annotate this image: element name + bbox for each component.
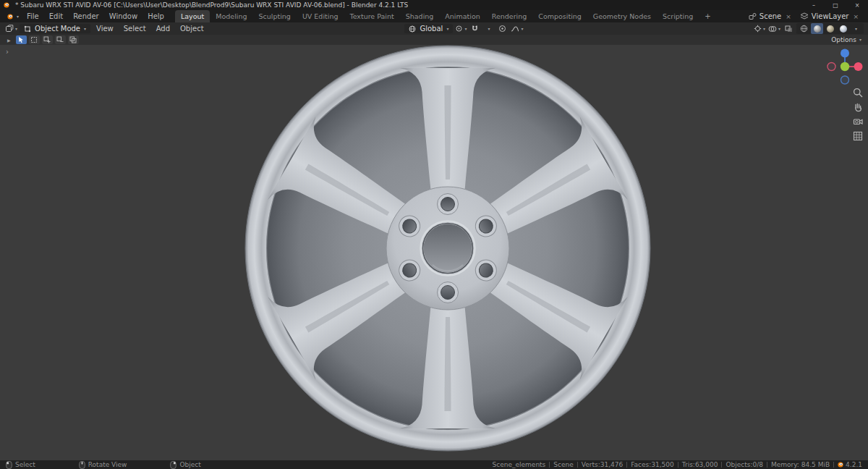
tab-geometry-nodes[interactable]: Geometry Nodes bbox=[587, 10, 657, 22]
status-bar: Select Rotate View Object Scene_elements… bbox=[0, 460, 868, 469]
blender-window: * Subaru WRX STI AVID AV-06 [C:\Users\Us… bbox=[0, 0, 868, 469]
viewport-3d[interactable]: › bbox=[0, 45, 868, 460]
falloff-curve-icon bbox=[511, 25, 519, 33]
shading-wireframe-button[interactable] bbox=[798, 23, 810, 34]
magnet-icon bbox=[471, 25, 479, 33]
mouse-hint-rotate-view: Rotate View bbox=[79, 461, 127, 469]
menu-edit[interactable]: Edit bbox=[44, 10, 68, 22]
show-overlays-button[interactable]: ▾ bbox=[767, 23, 781, 34]
tab-sculpting[interactable]: Sculpting bbox=[253, 10, 297, 22]
tab-uv-editing[interactable]: UV Editing bbox=[297, 10, 344, 22]
mouse-hint-object-menu: Object bbox=[170, 461, 200, 469]
minimize-button[interactable]: – bbox=[803, 0, 825, 10]
mode-dropdown[interactable]: Object Mode ▾ bbox=[20, 24, 90, 33]
options-dropdown[interactable]: Options ▾ bbox=[829, 36, 864, 43]
add-workspace-button[interactable]: + bbox=[699, 10, 716, 22]
menu-help[interactable]: Help bbox=[142, 10, 169, 22]
wheel-3d-model[interactable] bbox=[244, 45, 652, 452]
shading-solid-button[interactable] bbox=[811, 23, 823, 34]
material-sphere-icon bbox=[827, 25, 834, 33]
menu-view[interactable]: View bbox=[92, 25, 118, 33]
gizmo-toggle-icon bbox=[754, 25, 762, 33]
blender-version-icon bbox=[838, 462, 843, 468]
menu-add[interactable]: Add bbox=[152, 25, 174, 33]
snap-settings-button[interactable]: ▾ bbox=[482, 23, 495, 34]
xray-toggle-button[interactable] bbox=[783, 23, 795, 34]
shading-rendered-button[interactable] bbox=[837, 23, 849, 34]
select-extend-icon bbox=[43, 36, 51, 43]
tool-settings-bar: ▶ bbox=[0, 35, 868, 45]
view-layer-selector[interactable]: ViewLayer × bbox=[796, 10, 864, 22]
toggle-grid-icon[interactable] bbox=[852, 130, 864, 142]
topbar: ▾ File Edit Render Window Help Layout Mo… bbox=[0, 10, 868, 22]
select-mode-new-button[interactable] bbox=[29, 35, 40, 44]
pan-hand-icon[interactable] bbox=[852, 101, 864, 113]
shading-settings-button[interactable]: ▾ bbox=[850, 23, 862, 34]
select-mode-extend-button[interactable] bbox=[42, 35, 53, 44]
hint-label: Rotate View bbox=[88, 461, 127, 468]
overlays-icon bbox=[768, 25, 777, 33]
object-mode-icon bbox=[24, 25, 31, 33]
chevron-down-icon: ▾ bbox=[488, 27, 490, 31]
viewport-side-tools bbox=[852, 87, 864, 142]
toolbar-expand-icon[interactable]: › bbox=[6, 48, 9, 56]
tab-animation[interactable]: Animation bbox=[439, 10, 485, 22]
menu-object[interactable]: Object bbox=[176, 25, 208, 33]
menu-window[interactable]: Window bbox=[104, 10, 142, 22]
show-gizmo-button[interactable]: ▾ bbox=[753, 23, 766, 34]
pivot-point-button[interactable]: ▾ bbox=[454, 23, 467, 34]
blender-app-menu[interactable]: ▾ bbox=[4, 10, 22, 22]
camera-view-icon[interactable] bbox=[852, 116, 864, 127]
tab-shading[interactable]: Shading bbox=[400, 10, 440, 22]
right-mouse-icon bbox=[170, 461, 176, 469]
snap-toggle-button[interactable] bbox=[469, 23, 481, 34]
objects-stat: Objects:0/8 bbox=[726, 461, 763, 468]
blender-logo-icon bbox=[4, 2, 9, 8]
select-mode-intersect-button[interactable] bbox=[68, 35, 79, 44]
axis-z-positive bbox=[841, 49, 849, 58]
chevron-down-icon: ▾ bbox=[855, 27, 857, 31]
proportional-edit-button[interactable] bbox=[496, 23, 509, 34]
menu-select[interactable]: Select bbox=[119, 25, 150, 33]
transform-orientation-dropdown[interactable]: Global ▾ bbox=[404, 24, 453, 33]
hint-label: Select bbox=[15, 461, 35, 468]
axis-y-ball bbox=[841, 62, 849, 71]
chevron-down-icon: ▾ bbox=[521, 27, 523, 31]
tool-settings-expand-icon[interactable]: ▶ bbox=[4, 38, 14, 43]
viewport-editor-icon bbox=[5, 25, 14, 33]
editor-type-button[interactable]: ▾ bbox=[4, 23, 18, 34]
viewport-shading-group: ▾ bbox=[796, 23, 864, 34]
scene-stat: Scene bbox=[553, 461, 573, 468]
maximize-button[interactable]: □ bbox=[825, 0, 846, 10]
window-title: * Subaru WRX STI AVID AV-06 [C:\Users\Us… bbox=[15, 1, 408, 9]
tab-rendering[interactable]: Rendering bbox=[486, 10, 533, 22]
view-layer-name: ViewLayer bbox=[812, 12, 849, 20]
tab-texture-paint[interactable]: Texture Paint bbox=[344, 10, 399, 22]
scene-unlink-button[interactable]: × bbox=[784, 13, 793, 20]
active-tool-select-box-button[interactable] bbox=[16, 35, 27, 44]
globe-icon bbox=[409, 25, 416, 33]
proportional-falloff-button[interactable]: ▾ bbox=[510, 23, 524, 34]
close-button[interactable]: × bbox=[846, 0, 868, 10]
view-layer-unlink-button[interactable]: × bbox=[851, 13, 860, 20]
options-label: Options bbox=[831, 36, 856, 43]
tab-modeling[interactable]: Modeling bbox=[210, 10, 252, 22]
solid-sphere-icon bbox=[814, 25, 821, 33]
zoom-icon[interactable] bbox=[852, 87, 864, 98]
shading-material-button[interactable] bbox=[824, 23, 836, 34]
title-bar: * Subaru WRX STI AVID AV-06 [C:\Users\Us… bbox=[0, 0, 868, 10]
menu-file[interactable]: File bbox=[22, 10, 44, 22]
select-mode-subtract-button[interactable] bbox=[55, 35, 66, 44]
axis-z-negative bbox=[841, 76, 849, 84]
navigation-gizmo[interactable] bbox=[825, 46, 865, 87]
tab-scripting[interactable]: Scripting bbox=[657, 10, 699, 22]
chevron-down-icon: ▾ bbox=[763, 27, 765, 31]
menu-render[interactable]: Render bbox=[68, 10, 104, 22]
tris-stat: Tris:63,000 bbox=[682, 461, 718, 468]
viewport-header: ▾ Object Mode ▾ View Select Add Object G… bbox=[0, 22, 868, 35]
chevron-down-icon: ▾ bbox=[446, 27, 448, 31]
tab-layout[interactable]: Layout bbox=[175, 10, 210, 22]
tab-compositing[interactable]: Compositing bbox=[532, 10, 587, 22]
scene-selector[interactable]: Scene × bbox=[745, 10, 796, 22]
chevron-down-icon: ▾ bbox=[859, 38, 861, 42]
